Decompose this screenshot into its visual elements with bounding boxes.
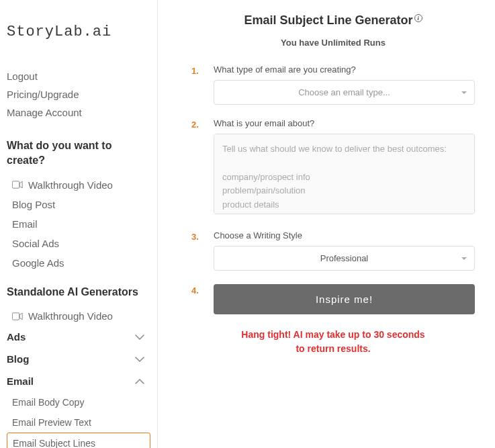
sub-email-body[interactable]: Email Body Copy xyxy=(7,392,150,412)
nav-email[interactable]: Email xyxy=(7,214,150,234)
step-4-number: 4. xyxy=(191,284,204,296)
step-1-number: 1. xyxy=(191,64,204,76)
nav-social-ads[interactable]: Social Ads xyxy=(7,234,150,253)
runs-info: You have Unlimited Runs xyxy=(191,38,475,48)
writing-style-select[interactable]: Professional xyxy=(214,246,475,271)
nav-blog-post[interactable]: Blog Post xyxy=(7,195,150,214)
sub-email-preview[interactable]: Email Preview Text xyxy=(7,412,150,433)
svg-rect-1 xyxy=(12,312,19,319)
q1-label: What type of email are you creating? xyxy=(214,64,475,75)
walkthrough-video-create[interactable]: Walkthrough Video xyxy=(7,175,150,195)
create-section-title: What do you want to create? xyxy=(7,138,150,169)
wait-message: Hang tight! AI may take up to 30 seconds… xyxy=(191,328,475,356)
q3-label: Choose a Writing Style xyxy=(214,230,475,240)
account-links: Logout Pricing/Upgrade Manage Account xyxy=(7,67,150,122)
email-about-textarea[interactable] xyxy=(214,134,475,214)
sub-email-subject[interactable]: Email Subject Lines xyxy=(7,433,150,448)
email-type-select[interactable]: Choose an email type... xyxy=(214,80,475,105)
walkthrough-label: Walkthrough Video xyxy=(28,310,113,322)
step-3-number: 3. xyxy=(191,230,204,242)
brand-logo: StoryLab.ai xyxy=(7,24,150,40)
svg-rect-0 xyxy=(12,181,19,188)
walkthrough-video-standalone[interactable]: Walkthrough Video xyxy=(7,306,150,326)
accordion-blog[interactable]: Blog xyxy=(7,348,150,370)
walkthrough-label: Walkthrough Video xyxy=(28,179,113,191)
inspire-button[interactable]: Inspire me! xyxy=(214,284,475,314)
pricing-link[interactable]: Pricing/Upgrade xyxy=(7,85,150,103)
manage-account-link[interactable]: Manage Account xyxy=(7,103,150,122)
step-2-number: 2. xyxy=(191,118,204,130)
chevron-down-icon xyxy=(134,334,145,341)
standalone-section-title: Standalone AI Generators xyxy=(7,285,150,300)
page-title: Email Subject Line Generator i xyxy=(191,13,475,28)
logout-link[interactable]: Logout xyxy=(7,67,150,85)
video-icon xyxy=(12,312,23,320)
info-icon[interactable]: i xyxy=(414,14,422,22)
q2-label: What is your email about? xyxy=(214,118,475,128)
main-content: Email Subject Line Generator i You have … xyxy=(158,0,495,448)
accordion-email[interactable]: Email xyxy=(7,370,150,392)
chevron-up-icon xyxy=(134,378,145,385)
nav-google-ads[interactable]: Google Ads xyxy=(7,253,150,273)
video-icon xyxy=(12,181,23,189)
chevron-down-icon xyxy=(134,356,145,363)
sidebar: StoryLab.ai Logout Pricing/Upgrade Manag… xyxy=(0,0,158,448)
accordion-ads[interactable]: Ads xyxy=(7,326,150,348)
